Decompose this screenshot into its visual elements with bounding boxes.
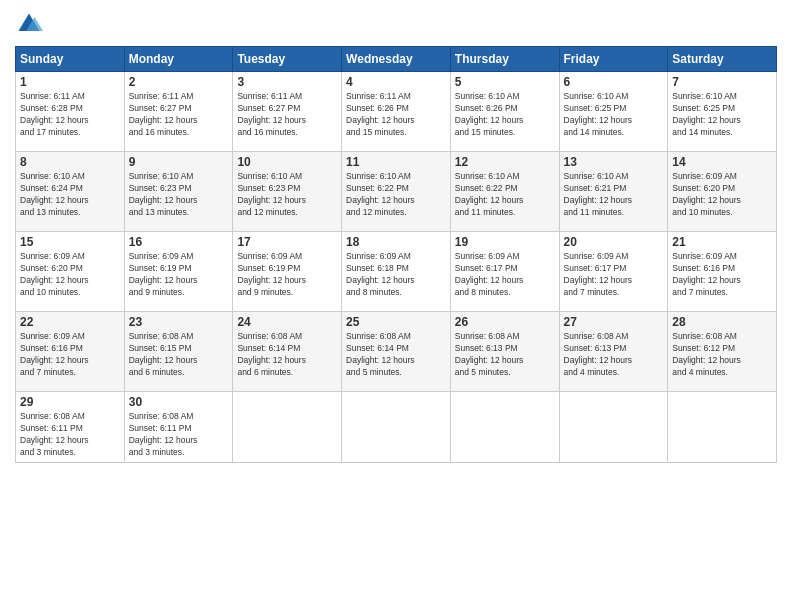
day-cell-26: 26Sunrise: 6:08 AMSunset: 6:13 PMDayligh… bbox=[450, 312, 559, 392]
day-number: 3 bbox=[237, 75, 337, 89]
day-number: 8 bbox=[20, 155, 120, 169]
day-info: Sunrise: 6:10 AMSunset: 6:26 PMDaylight:… bbox=[455, 91, 555, 139]
day-cell-10: 10Sunrise: 6:10 AMSunset: 6:23 PMDayligh… bbox=[233, 152, 342, 232]
day-number: 13 bbox=[564, 155, 664, 169]
day-number: 20 bbox=[564, 235, 664, 249]
day-number: 6 bbox=[564, 75, 664, 89]
logo-icon bbox=[15, 10, 43, 38]
day-number: 26 bbox=[455, 315, 555, 329]
day-cell-29: 29Sunrise: 6:08 AMSunset: 6:11 PMDayligh… bbox=[16, 392, 125, 463]
logo bbox=[15, 10, 47, 38]
day-info: Sunrise: 6:08 AMSunset: 6:12 PMDaylight:… bbox=[672, 331, 772, 379]
day-info: Sunrise: 6:11 AMSunset: 6:28 PMDaylight:… bbox=[20, 91, 120, 139]
day-cell-24: 24Sunrise: 6:08 AMSunset: 6:14 PMDayligh… bbox=[233, 312, 342, 392]
day-number: 29 bbox=[20, 395, 120, 409]
day-number: 11 bbox=[346, 155, 446, 169]
day-number: 22 bbox=[20, 315, 120, 329]
day-number: 23 bbox=[129, 315, 229, 329]
day-cell-22: 22Sunrise: 6:09 AMSunset: 6:16 PMDayligh… bbox=[16, 312, 125, 392]
header bbox=[15, 10, 777, 38]
day-info: Sunrise: 6:10 AMSunset: 6:23 PMDaylight:… bbox=[237, 171, 337, 219]
day-cell-21: 21Sunrise: 6:09 AMSunset: 6:16 PMDayligh… bbox=[668, 232, 777, 312]
day-info: Sunrise: 6:08 AMSunset: 6:15 PMDaylight:… bbox=[129, 331, 229, 379]
day-cell-16: 16Sunrise: 6:09 AMSunset: 6:19 PMDayligh… bbox=[124, 232, 233, 312]
day-cell-30: 30Sunrise: 6:08 AMSunset: 6:11 PMDayligh… bbox=[124, 392, 233, 463]
day-number: 7 bbox=[672, 75, 772, 89]
day-number: 9 bbox=[129, 155, 229, 169]
day-info: Sunrise: 6:11 AMSunset: 6:26 PMDaylight:… bbox=[346, 91, 446, 139]
day-info: Sunrise: 6:09 AMSunset: 6:19 PMDaylight:… bbox=[129, 251, 229, 299]
day-number: 30 bbox=[129, 395, 229, 409]
day-cell-19: 19Sunrise: 6:09 AMSunset: 6:17 PMDayligh… bbox=[450, 232, 559, 312]
empty-cell bbox=[450, 392, 559, 463]
day-info: Sunrise: 6:10 AMSunset: 6:22 PMDaylight:… bbox=[346, 171, 446, 219]
day-number: 12 bbox=[455, 155, 555, 169]
day-info: Sunrise: 6:08 AMSunset: 6:11 PMDaylight:… bbox=[20, 411, 120, 459]
day-info: Sunrise: 6:10 AMSunset: 6:21 PMDaylight:… bbox=[564, 171, 664, 219]
day-number: 18 bbox=[346, 235, 446, 249]
day-info: Sunrise: 6:09 AMSunset: 6:19 PMDaylight:… bbox=[237, 251, 337, 299]
day-info: Sunrise: 6:11 AMSunset: 6:27 PMDaylight:… bbox=[129, 91, 229, 139]
col-header-monday: Monday bbox=[124, 47, 233, 72]
day-cell-20: 20Sunrise: 6:09 AMSunset: 6:17 PMDayligh… bbox=[559, 232, 668, 312]
week-row-3: 15Sunrise: 6:09 AMSunset: 6:20 PMDayligh… bbox=[16, 232, 777, 312]
col-header-friday: Friday bbox=[559, 47, 668, 72]
empty-cell bbox=[342, 392, 451, 463]
day-number: 5 bbox=[455, 75, 555, 89]
day-cell-28: 28Sunrise: 6:08 AMSunset: 6:12 PMDayligh… bbox=[668, 312, 777, 392]
day-info: Sunrise: 6:10 AMSunset: 6:23 PMDaylight:… bbox=[129, 171, 229, 219]
day-info: Sunrise: 6:10 AMSunset: 6:25 PMDaylight:… bbox=[672, 91, 772, 139]
day-cell-8: 8Sunrise: 6:10 AMSunset: 6:24 PMDaylight… bbox=[16, 152, 125, 232]
day-cell-27: 27Sunrise: 6:08 AMSunset: 6:13 PMDayligh… bbox=[559, 312, 668, 392]
day-info: Sunrise: 6:11 AMSunset: 6:27 PMDaylight:… bbox=[237, 91, 337, 139]
week-row-4: 22Sunrise: 6:09 AMSunset: 6:16 PMDayligh… bbox=[16, 312, 777, 392]
day-cell-1: 1Sunrise: 6:11 AMSunset: 6:28 PMDaylight… bbox=[16, 72, 125, 152]
day-info: Sunrise: 6:09 AMSunset: 6:16 PMDaylight:… bbox=[672, 251, 772, 299]
day-info: Sunrise: 6:09 AMSunset: 6:20 PMDaylight:… bbox=[672, 171, 772, 219]
day-number: 4 bbox=[346, 75, 446, 89]
day-info: Sunrise: 6:09 AMSunset: 6:17 PMDaylight:… bbox=[455, 251, 555, 299]
day-info: Sunrise: 6:10 AMSunset: 6:25 PMDaylight:… bbox=[564, 91, 664, 139]
day-cell-7: 7Sunrise: 6:10 AMSunset: 6:25 PMDaylight… bbox=[668, 72, 777, 152]
day-info: Sunrise: 6:10 AMSunset: 6:22 PMDaylight:… bbox=[455, 171, 555, 219]
day-number: 10 bbox=[237, 155, 337, 169]
day-cell-11: 11Sunrise: 6:10 AMSunset: 6:22 PMDayligh… bbox=[342, 152, 451, 232]
day-number: 25 bbox=[346, 315, 446, 329]
day-info: Sunrise: 6:08 AMSunset: 6:14 PMDaylight:… bbox=[346, 331, 446, 379]
day-cell-17: 17Sunrise: 6:09 AMSunset: 6:19 PMDayligh… bbox=[233, 232, 342, 312]
day-cell-18: 18Sunrise: 6:09 AMSunset: 6:18 PMDayligh… bbox=[342, 232, 451, 312]
day-number: 16 bbox=[129, 235, 229, 249]
day-number: 1 bbox=[20, 75, 120, 89]
day-cell-13: 13Sunrise: 6:10 AMSunset: 6:21 PMDayligh… bbox=[559, 152, 668, 232]
day-cell-4: 4Sunrise: 6:11 AMSunset: 6:26 PMDaylight… bbox=[342, 72, 451, 152]
day-number: 15 bbox=[20, 235, 120, 249]
day-cell-2: 2Sunrise: 6:11 AMSunset: 6:27 PMDaylight… bbox=[124, 72, 233, 152]
day-number: 28 bbox=[672, 315, 772, 329]
col-header-tuesday: Tuesday bbox=[233, 47, 342, 72]
day-cell-14: 14Sunrise: 6:09 AMSunset: 6:20 PMDayligh… bbox=[668, 152, 777, 232]
day-info: Sunrise: 6:09 AMSunset: 6:16 PMDaylight:… bbox=[20, 331, 120, 379]
day-info: Sunrise: 6:09 AMSunset: 6:18 PMDaylight:… bbox=[346, 251, 446, 299]
week-row-2: 8Sunrise: 6:10 AMSunset: 6:24 PMDaylight… bbox=[16, 152, 777, 232]
day-cell-5: 5Sunrise: 6:10 AMSunset: 6:26 PMDaylight… bbox=[450, 72, 559, 152]
day-number: 27 bbox=[564, 315, 664, 329]
day-cell-25: 25Sunrise: 6:08 AMSunset: 6:14 PMDayligh… bbox=[342, 312, 451, 392]
day-cell-23: 23Sunrise: 6:08 AMSunset: 6:15 PMDayligh… bbox=[124, 312, 233, 392]
calendar: SundayMondayTuesdayWednesdayThursdayFrid… bbox=[15, 46, 777, 463]
day-number: 2 bbox=[129, 75, 229, 89]
day-info: Sunrise: 6:08 AMSunset: 6:14 PMDaylight:… bbox=[237, 331, 337, 379]
week-row-1: 1Sunrise: 6:11 AMSunset: 6:28 PMDaylight… bbox=[16, 72, 777, 152]
day-number: 17 bbox=[237, 235, 337, 249]
empty-cell bbox=[559, 392, 668, 463]
day-cell-12: 12Sunrise: 6:10 AMSunset: 6:22 PMDayligh… bbox=[450, 152, 559, 232]
day-cell-9: 9Sunrise: 6:10 AMSunset: 6:23 PMDaylight… bbox=[124, 152, 233, 232]
day-info: Sunrise: 6:10 AMSunset: 6:24 PMDaylight:… bbox=[20, 171, 120, 219]
col-header-thursday: Thursday bbox=[450, 47, 559, 72]
day-info: Sunrise: 6:09 AMSunset: 6:17 PMDaylight:… bbox=[564, 251, 664, 299]
day-info: Sunrise: 6:08 AMSunset: 6:11 PMDaylight:… bbox=[129, 411, 229, 459]
empty-cell bbox=[668, 392, 777, 463]
col-header-sunday: Sunday bbox=[16, 47, 125, 72]
day-number: 24 bbox=[237, 315, 337, 329]
day-cell-6: 6Sunrise: 6:10 AMSunset: 6:25 PMDaylight… bbox=[559, 72, 668, 152]
col-header-wednesday: Wednesday bbox=[342, 47, 451, 72]
